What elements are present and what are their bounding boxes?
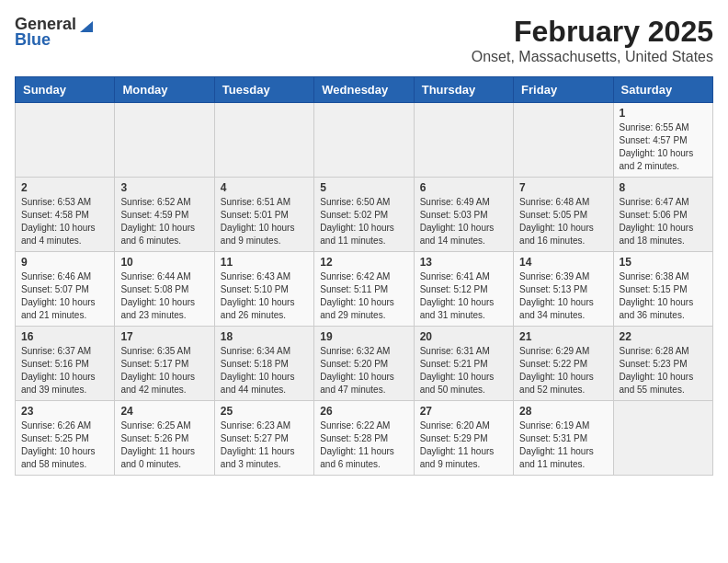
- day-number: 24: [120, 405, 208, 418]
- calendar-table: SundayMondayTuesdayWednesdayThursdayFrid…: [15, 76, 713, 476]
- day-number: 27: [420, 405, 507, 418]
- day-info: Sunrise: 6:44 AM Sunset: 5:08 PM Dayligh…: [120, 270, 208, 322]
- day-info: Sunrise: 6:38 AM Sunset: 5:15 PM Dayligh…: [620, 270, 707, 322]
- calendar-day-cell: 8Sunrise: 6:47 AM Sunset: 5:06 PM Daylig…: [613, 178, 712, 252]
- calendar-day-cell: 22Sunrise: 6:28 AM Sunset: 5:23 PM Dayli…: [613, 327, 712, 401]
- calendar-day-cell: 25Sunrise: 6:23 AM Sunset: 5:27 PM Dayli…: [214, 401, 313, 476]
- day-number: 11: [221, 256, 308, 269]
- day-number: 12: [320, 256, 407, 269]
- day-info: Sunrise: 6:34 AM Sunset: 5:18 PM Dayligh…: [221, 345, 308, 396]
- calendar-day-cell: 21Sunrise: 6:29 AM Sunset: 5:22 PM Dayli…: [514, 327, 613, 401]
- calendar-week-row: 9Sunrise: 6:46 AM Sunset: 5:07 PM Daylig…: [16, 252, 713, 327]
- calendar-header-row: SundayMondayTuesdayWednesdayThursdayFrid…: [16, 77, 713, 103]
- day-info: Sunrise: 6:41 AM Sunset: 5:12 PM Dayligh…: [420, 270, 507, 322]
- calendar-day-cell: [514, 103, 613, 178]
- day-of-week-header: Tuesday: [214, 77, 313, 103]
- calendar-day-cell: 5Sunrise: 6:50 AM Sunset: 5:02 PM Daylig…: [314, 178, 414, 252]
- calendar-day-cell: 12Sunrise: 6:42 AM Sunset: 5:11 PM Dayli…: [314, 252, 414, 327]
- calendar-week-row: 16Sunrise: 6:37 AM Sunset: 5:16 PM Dayli…: [16, 327, 713, 401]
- day-number: 25: [221, 405, 308, 418]
- calendar-day-cell: 9Sunrise: 6:46 AM Sunset: 5:07 PM Daylig…: [16, 252, 115, 327]
- calendar-day-cell: 7Sunrise: 6:48 AM Sunset: 5:05 PM Daylig…: [514, 178, 613, 252]
- calendar-day-cell: 14Sunrise: 6:39 AM Sunset: 5:13 PM Dayli…: [514, 252, 613, 327]
- calendar-day-cell: 24Sunrise: 6:25 AM Sunset: 5:26 PM Dayli…: [115, 401, 214, 476]
- day-of-week-header: Saturday: [613, 77, 712, 103]
- day-number: 20: [420, 330, 507, 343]
- calendar-day-cell: 11Sunrise: 6:43 AM Sunset: 5:10 PM Dayli…: [214, 252, 313, 327]
- day-number: 23: [21, 405, 108, 418]
- day-number: 15: [620, 256, 707, 269]
- day-info: Sunrise: 6:51 AM Sunset: 5:01 PM Dayligh…: [221, 196, 308, 247]
- day-info: Sunrise: 6:46 AM Sunset: 5:07 PM Dayligh…: [21, 270, 108, 322]
- page-subtitle: Onset, Massachusetts, United States: [472, 49, 713, 65]
- calendar-day-cell: 6Sunrise: 6:49 AM Sunset: 5:03 PM Daylig…: [414, 178, 513, 252]
- day-info: Sunrise: 6:35 AM Sunset: 5:17 PM Dayligh…: [120, 345, 208, 396]
- calendar-day-cell: 27Sunrise: 6:20 AM Sunset: 5:29 PM Dayli…: [414, 401, 513, 476]
- day-info: Sunrise: 6:55 AM Sunset: 4:57 PM Dayligh…: [620, 121, 707, 173]
- day-number: 21: [519, 330, 607, 343]
- day-info: Sunrise: 6:19 AM Sunset: 5:31 PM Dayligh…: [519, 419, 607, 471]
- day-info: Sunrise: 6:52 AM Sunset: 4:59 PM Dayligh…: [120, 196, 208, 247]
- day-info: Sunrise: 6:42 AM Sunset: 5:11 PM Dayligh…: [320, 270, 407, 322]
- calendar-day-cell: 3Sunrise: 6:52 AM Sunset: 4:59 PM Daylig…: [115, 178, 214, 252]
- day-number: 8: [620, 181, 707, 194]
- day-info: Sunrise: 6:48 AM Sunset: 5:05 PM Dayligh…: [519, 196, 607, 247]
- day-info: Sunrise: 6:31 AM Sunset: 5:21 PM Dayligh…: [420, 345, 507, 396]
- day-number: 19: [320, 330, 407, 343]
- calendar-day-cell: 13Sunrise: 6:41 AM Sunset: 5:12 PM Dayli…: [414, 252, 513, 327]
- day-info: Sunrise: 6:29 AM Sunset: 5:22 PM Dayligh…: [519, 345, 607, 396]
- day-info: Sunrise: 6:50 AM Sunset: 5:02 PM Dayligh…: [320, 196, 407, 247]
- svg-marker-0: [80, 21, 93, 32]
- calendar-day-cell: [314, 103, 414, 178]
- calendar-day-cell: 26Sunrise: 6:22 AM Sunset: 5:28 PM Dayli…: [314, 401, 414, 476]
- calendar-day-cell: 18Sunrise: 6:34 AM Sunset: 5:18 PM Dayli…: [214, 327, 313, 401]
- day-of-week-header: Wednesday: [314, 77, 414, 103]
- calendar-day-cell: 23Sunrise: 6:26 AM Sunset: 5:25 PM Dayli…: [16, 401, 115, 476]
- calendar-day-cell: 28Sunrise: 6:19 AM Sunset: 5:31 PM Dayli…: [514, 401, 613, 476]
- calendar-week-row: 1Sunrise: 6:55 AM Sunset: 4:57 PM Daylig…: [16, 103, 713, 178]
- day-number: 13: [420, 256, 507, 269]
- calendar-day-cell: [414, 103, 513, 178]
- page-title: February 2025: [472, 15, 713, 49]
- logo-blue: Blue: [15, 30, 51, 50]
- calendar-day-cell: 4Sunrise: 6:51 AM Sunset: 5:01 PM Daylig…: [214, 178, 313, 252]
- day-number: 22: [620, 330, 707, 343]
- day-info: Sunrise: 6:28 AM Sunset: 5:23 PM Dayligh…: [620, 345, 707, 396]
- calendar-day-cell: 1Sunrise: 6:55 AM Sunset: 4:57 PM Daylig…: [613, 103, 712, 178]
- day-number: 16: [21, 330, 108, 343]
- day-info: Sunrise: 6:26 AM Sunset: 5:25 PM Dayligh…: [21, 419, 108, 471]
- day-number: 14: [519, 256, 607, 269]
- calendar-day-cell: 19Sunrise: 6:32 AM Sunset: 5:20 PM Dayli…: [314, 327, 414, 401]
- day-info: Sunrise: 6:39 AM Sunset: 5:13 PM Dayligh…: [519, 270, 607, 322]
- calendar-week-row: 2Sunrise: 6:53 AM Sunset: 4:58 PM Daylig…: [16, 178, 713, 252]
- day-number: 4: [221, 181, 308, 194]
- day-info: Sunrise: 6:22 AM Sunset: 5:28 PM Dayligh…: [320, 419, 407, 471]
- day-info: Sunrise: 6:23 AM Sunset: 5:27 PM Dayligh…: [221, 419, 308, 471]
- day-number: 1: [620, 107, 707, 120]
- calendar-day-cell: [115, 103, 214, 178]
- day-of-week-header: Friday: [514, 77, 613, 103]
- logo: General Blue: [15, 15, 95, 50]
- day-info: Sunrise: 6:53 AM Sunset: 4:58 PM Dayligh…: [21, 196, 108, 247]
- calendar-day-cell: [613, 401, 712, 476]
- calendar-day-cell: [214, 103, 313, 178]
- day-number: 10: [120, 256, 208, 269]
- day-of-week-header: Monday: [115, 77, 214, 103]
- day-number: 7: [519, 181, 607, 194]
- day-info: Sunrise: 6:37 AM Sunset: 5:16 PM Dayligh…: [21, 345, 108, 396]
- day-info: Sunrise: 6:47 AM Sunset: 5:06 PM Dayligh…: [620, 196, 707, 247]
- day-number: 6: [420, 181, 507, 194]
- day-info: Sunrise: 6:43 AM Sunset: 5:10 PM Dayligh…: [221, 270, 308, 322]
- day-info: Sunrise: 6:32 AM Sunset: 5:20 PM Dayligh…: [320, 345, 407, 396]
- day-info: Sunrise: 6:20 AM Sunset: 5:29 PM Dayligh…: [420, 419, 507, 471]
- day-info: Sunrise: 6:25 AM Sunset: 5:26 PM Dayligh…: [120, 419, 208, 471]
- day-number: 9: [21, 256, 108, 269]
- page-header: General Blue February 2025 Onset, Massac…: [15, 15, 713, 65]
- calendar-day-cell: 2Sunrise: 6:53 AM Sunset: 4:58 PM Daylig…: [16, 178, 115, 252]
- day-number: 18: [221, 330, 308, 343]
- day-info: Sunrise: 6:49 AM Sunset: 5:03 PM Dayligh…: [420, 196, 507, 247]
- calendar-day-cell: 15Sunrise: 6:38 AM Sunset: 5:15 PM Dayli…: [613, 252, 712, 327]
- calendar-day-cell: 10Sunrise: 6:44 AM Sunset: 5:08 PM Dayli…: [115, 252, 214, 327]
- day-number: 17: [120, 330, 208, 343]
- logo-triangle-icon: [78, 17, 95, 34]
